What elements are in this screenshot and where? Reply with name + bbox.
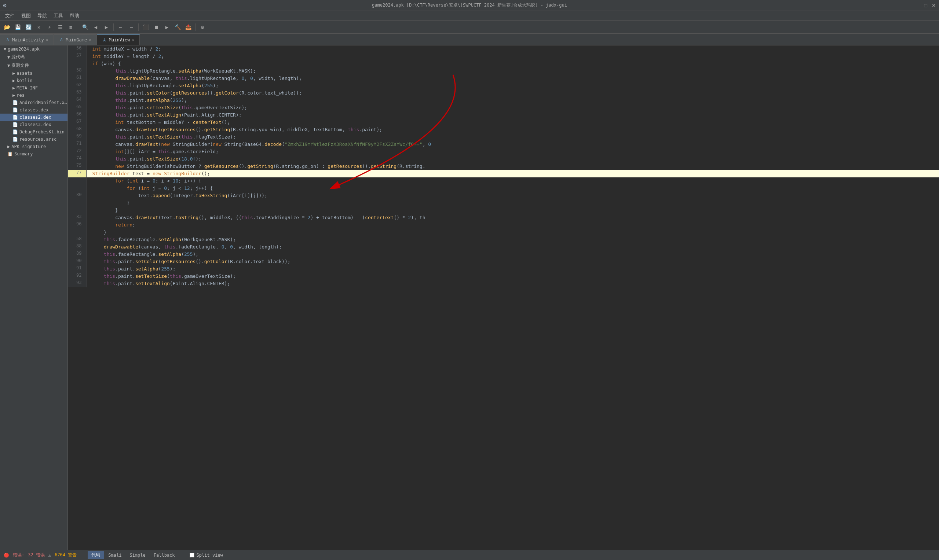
- line-number: 90: [68, 258, 86, 265]
- tab-icon-maingame: A: [59, 37, 64, 43]
- line-code: this.lightUpRectangle.setAlpha(WorkQueue…: [86, 68, 939, 75]
- line-code: StringBuilder text = new StringBuilder()…: [86, 170, 939, 177]
- table-row: 90 this.paint.setColor(getResources().ge…: [68, 258, 939, 265]
- decompile-button[interactable]: ⚡: [45, 22, 54, 32]
- status-tab-smali[interactable]: Smali: [105, 552, 125, 558]
- line-code: }: [86, 199, 939, 207]
- flatten-button[interactable]: ☰: [56, 22, 65, 32]
- sidebar-item-metainf[interactable]: ▶ META-INF: [0, 84, 68, 92]
- stop-button[interactable]: ⏹: [151, 22, 161, 32]
- errors-label: 错误:: [13, 552, 24, 558]
- sidebar-item-classes2-dex[interactable]: 📄 classes2.dex: [0, 114, 68, 121]
- table-row: if (win) {: [68, 60, 939, 68]
- maximize-button[interactable]: □: [924, 3, 927, 8]
- line-number: 89: [68, 251, 86, 258]
- split-view-container: Split view: [190, 553, 223, 558]
- line-number: 57: [68, 53, 86, 60]
- back-button[interactable]: ←: [116, 22, 125, 32]
- options-button[interactable]: ≡: [66, 22, 76, 32]
- menu-view[interactable]: 视图: [19, 12, 34, 20]
- menu-navigate[interactable]: 导航: [34, 12, 50, 20]
- line-code: this.paint.setColor(getResources().getCo…: [86, 258, 939, 265]
- settings-button[interactable]: ⚙: [198, 22, 207, 32]
- resources-expand-icon: ▼: [7, 63, 10, 68]
- table-row: 96 return;: [68, 222, 939, 229]
- line-code: this.fadeRectangle.setAlpha(WorkQueueKt.…: [86, 236, 939, 243]
- sidebar-item-summary[interactable]: 📋 Summary: [0, 150, 68, 158]
- main-layout: ▼ game2024.apk ▼ 源代码 ▼ 资源文件 ▶ assets ▶ k…: [0, 45, 939, 558]
- menu-file[interactable]: 文件: [2, 12, 18, 20]
- sidebar-item-resources[interactable]: ▼ 资源文件: [0, 61, 68, 70]
- line-number: 61: [68, 75, 86, 82]
- status-tab-simple[interactable]: Simple: [126, 552, 149, 558]
- open-button[interactable]: 📂: [2, 22, 12, 32]
- build-button[interactable]: 🔨: [173, 22, 182, 32]
- apk-sig-expand-icon: ▶: [7, 144, 10, 149]
- split-view-checkbox[interactable]: [190, 553, 194, 557]
- table-row: 64 this.paint.setAlpha(255);: [68, 97, 939, 104]
- close-button[interactable]: ✕: [932, 3, 936, 8]
- search-next-button[interactable]: ▶: [102, 22, 111, 32]
- tab-icon-mainactivity: A: [5, 37, 10, 43]
- sidebar-item-classes3-dex[interactable]: 📄 classes3.dex: [0, 121, 68, 128]
- tab-close-maingame[interactable]: ✕: [89, 37, 91, 42]
- line-code: text.append(Integer.toHexString(iArr[i][…: [86, 192, 939, 199]
- sidebar-item-androidmanifest[interactable]: 📄 AndroidManifest.x…: [0, 99, 68, 106]
- line-code: canvas.drawText(new StringBuilder(new St…: [86, 141, 939, 148]
- statusbar-tabs: 代码 Smali Simple Fallback: [88, 551, 178, 559]
- sidebar-item-assets[interactable]: ▶ assets: [0, 70, 68, 77]
- statusbar-left: 🔴 错误: 32 错误 ⚠ 6764 警告: [4, 552, 77, 558]
- save-button[interactable]: 💾: [13, 22, 22, 32]
- menu-tools[interactable]: 工具: [51, 12, 66, 20]
- line-number: 69: [68, 134, 86, 141]
- tab-close-mainactivity[interactable]: ✕: [46, 37, 48, 42]
- line-number: 93: [68, 280, 86, 287]
- code-table: 56 int middleX = width / 2; 57 int middl…: [68, 45, 939, 287]
- tab-mainactivity[interactable]: A MainActivity ✕: [0, 34, 54, 45]
- table-row: }: [68, 207, 939, 214]
- sidebar-item-root[interactable]: ▼ game2024.apk: [0, 45, 68, 53]
- resources-label: 资源文件: [11, 62, 29, 69]
- status-tab-fallback[interactable]: Fallback: [150, 552, 179, 558]
- status-tab-code[interactable]: 代码: [88, 551, 104, 559]
- apk-sig-label: APK signature: [11, 144, 46, 149]
- export-button[interactable]: 📤: [183, 22, 193, 32]
- metainf-expand-icon: ▶: [12, 85, 15, 91]
- classes-dex-label: classes.dex: [19, 108, 48, 112]
- res-label: res: [17, 93, 25, 98]
- sidebar-item-res[interactable]: ▶ res: [0, 92, 68, 99]
- line-code: for (int j = 0; j < 12; j++) {: [86, 185, 939, 192]
- tab-close-mainview[interactable]: ✕: [132, 38, 135, 43]
- tab-label-mainactivity: MainActivity: [12, 37, 44, 43]
- decompile2-button[interactable]: ⬛: [141, 22, 150, 32]
- search-prev-button[interactable]: ◀: [91, 22, 100, 32]
- table-row: 74 this.paint.setTextSize(18.0f);: [68, 155, 939, 163]
- androidmanifest-label: AndroidManifest.x…: [19, 100, 67, 105]
- search-button[interactable]: 🔍: [80, 22, 90, 32]
- run-button[interactable]: ▶: [162, 22, 172, 32]
- line-code: return;: [86, 222, 939, 229]
- classes3-dex-icon: 📄: [12, 122, 18, 127]
- refresh-button[interactable]: 🔄: [23, 22, 33, 32]
- tab-label-maingame: MainGame: [66, 37, 87, 43]
- sidebar-item-resources-arsc[interactable]: 📄 resources.arsc: [0, 135, 68, 143]
- tab-mainview[interactable]: A MainView ✕: [97, 34, 140, 45]
- forward-button[interactable]: →: [126, 22, 136, 32]
- sidebar-item-debugprobeskt[interactable]: 📄 DebugProbesKt.bin: [0, 128, 68, 135]
- close-file-button[interactable]: ✕: [34, 22, 44, 32]
- table-row: 63 this.paint.setColor(getResources().ge…: [68, 89, 939, 97]
- menubar: 文件 视图 导航 工具 帮助: [0, 11, 939, 20]
- line-code: this.paint.setTextSize(this.flagTextSize…: [86, 134, 939, 141]
- sidebar: ▼ game2024.apk ▼ 源代码 ▼ 资源文件 ▶ assets ▶ k…: [0, 45, 68, 558]
- sidebar-item-kotlin[interactable]: ▶ kotlin: [0, 77, 68, 84]
- line-code: canvas.drawText(getResources().getString…: [86, 126, 939, 134]
- sidebar-item-classes-dex[interactable]: 📄 classes.dex: [0, 106, 68, 114]
- line-number: 67: [68, 119, 86, 126]
- tab-maingame[interactable]: A MainGame ✕: [54, 34, 97, 45]
- line-code: int[][] iArr = this.game.storeField;: [86, 148, 939, 155]
- menu-help[interactable]: 帮助: [67, 12, 82, 20]
- minimize-button[interactable]: —: [915, 3, 920, 8]
- code-area[interactable]: 56 int middleX = width / 2; 57 int middl…: [68, 45, 939, 558]
- sidebar-item-apk-signature[interactable]: ▶ APK signature: [0, 143, 68, 150]
- sidebar-item-sourcecode[interactable]: ▼ 源代码: [0, 53, 68, 61]
